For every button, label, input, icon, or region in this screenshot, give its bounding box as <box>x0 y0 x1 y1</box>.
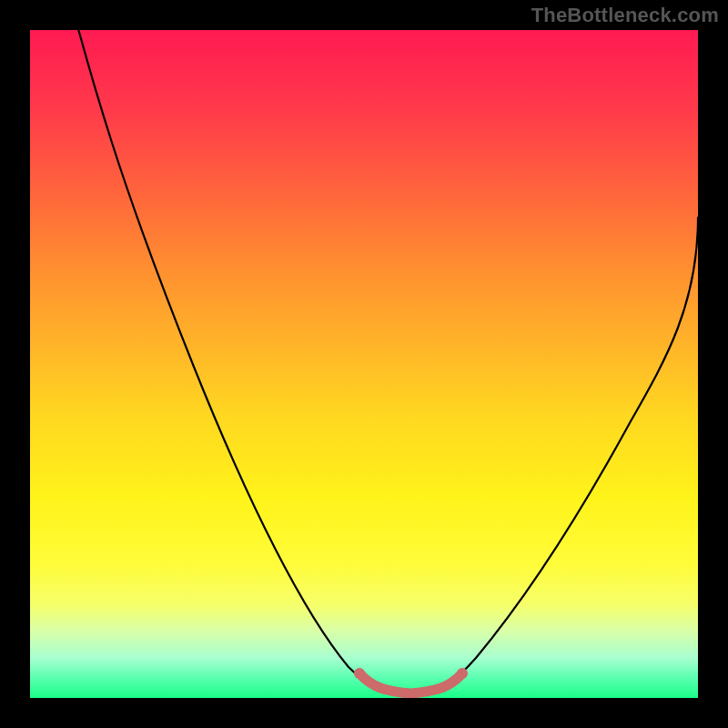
watermark-text: TheBottleneck.com <box>531 4 719 27</box>
chart-container: TheBottleneck.com <box>0 0 728 728</box>
plot-gradient-background <box>30 30 698 698</box>
